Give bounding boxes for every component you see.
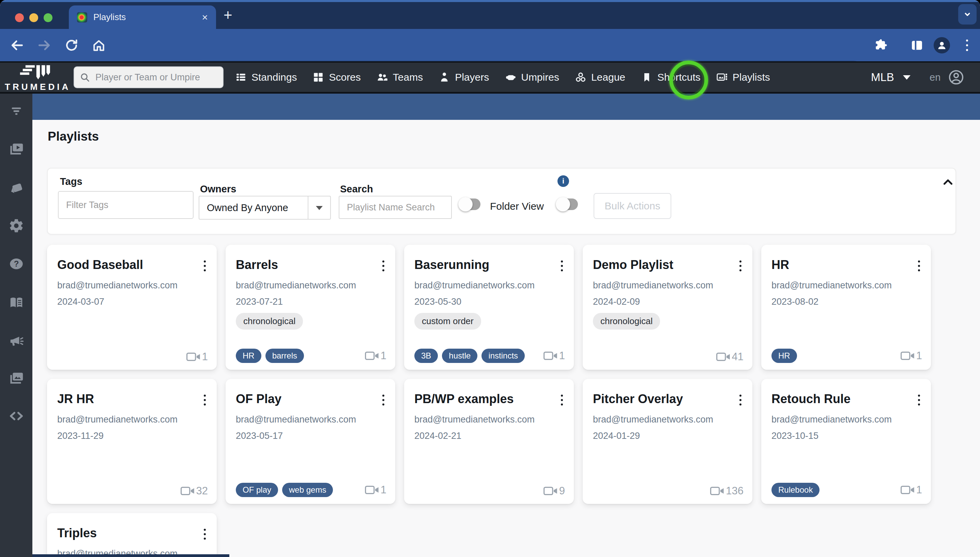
info-icon[interactable]: i bbox=[557, 175, 569, 187]
forward-button[interactable] bbox=[37, 38, 52, 53]
playlist-tag-pill[interactable]: Rulebook bbox=[771, 483, 820, 497]
browser-toolbar: mlbdemo.trumedianetworks.com/baseball/pl… bbox=[0, 29, 980, 61]
side-panel-icon[interactable] bbox=[910, 38, 924, 52]
home-button[interactable] bbox=[91, 38, 106, 53]
playlist-tag-pill[interactable]: HR bbox=[771, 349, 797, 363]
nav-item-umpires[interactable]: Umpires bbox=[505, 72, 559, 83]
back-button[interactable] bbox=[10, 38, 24, 53]
playlist-tag-pill[interactable]: hustle bbox=[442, 349, 477, 363]
close-window-button[interactable] bbox=[15, 13, 24, 22]
umpire-fist-icon bbox=[505, 72, 516, 83]
card-bottom-row: 1 bbox=[57, 351, 208, 363]
clip-count-value: 1 bbox=[381, 350, 386, 362]
nav-item-league[interactable]: League bbox=[575, 72, 625, 83]
league-selector[interactable]: MLB bbox=[871, 63, 910, 92]
card-menu-icon[interactable] bbox=[203, 393, 207, 407]
card-menu-icon[interactable] bbox=[738, 393, 743, 407]
zoom-window-button[interactable] bbox=[44, 13, 52, 22]
extensions-icon[interactable] bbox=[874, 38, 888, 52]
browser-menu-icon[interactable] bbox=[960, 38, 974, 52]
video-camera-icon bbox=[181, 486, 195, 496]
folder-view-toggle[interactable] bbox=[459, 199, 480, 210]
playlist-card[interactable]: Retouch Rule brad@trumedianetworks.com 2… bbox=[761, 379, 931, 504]
card-bottom-row: 41 bbox=[593, 351, 743, 363]
playlist-card[interactable]: Triples brad@trumedianetworks.com bbox=[47, 513, 217, 557]
playlist-card[interactable]: JR HR brad@trumedianetworks.com 2023-11-… bbox=[47, 379, 217, 504]
playlist-title: Retouch Rule bbox=[771, 392, 851, 406]
gear-icon[interactable] bbox=[8, 218, 24, 234]
nav-item-teams[interactable]: Teams bbox=[377, 72, 423, 83]
new-tab-button[interactable]: + bbox=[224, 8, 232, 23]
language-switcher[interactable]: en bbox=[929, 63, 941, 92]
video-playlist-icon[interactable] bbox=[8, 141, 24, 157]
playlist-date: 2023-05-30 bbox=[414, 296, 461, 307]
bulk-actions-button[interactable]: Bulk Actions bbox=[594, 193, 671, 219]
card-menu-icon[interactable] bbox=[381, 393, 386, 407]
search-input[interactable] bbox=[95, 72, 217, 83]
playlist-card[interactable]: Barrels brad@trumedianetworks.com 2023-0… bbox=[225, 245, 395, 370]
nav-item-shortcuts[interactable]: Shortcuts bbox=[641, 72, 701, 83]
card-menu-icon[interactable] bbox=[738, 259, 743, 273]
card-menu-icon[interactable] bbox=[381, 259, 386, 273]
nav-item-playlists[interactable]: Playlists bbox=[716, 72, 770, 83]
bulk-actions-toggle[interactable] bbox=[557, 199, 578, 210]
brand-text: TRUMEDIA bbox=[5, 82, 70, 92]
account-icon[interactable] bbox=[948, 69, 964, 85]
main-content: Playlists Tags Owners Owned By Anyone Se… bbox=[33, 120, 980, 557]
playlist-card[interactable]: Demo Playlist brad@trumedianetworks.com … bbox=[583, 245, 752, 370]
clip-count: 1 bbox=[544, 350, 565, 362]
playlist-tag-pill[interactable]: 3B bbox=[414, 349, 438, 363]
card-menu-icon[interactable] bbox=[916, 393, 921, 407]
card-bottom-row: 3Bhustleinstincts 1 bbox=[414, 349, 565, 363]
playlist-card[interactable]: OF Play brad@trumedianetworks.com 2023-0… bbox=[225, 379, 395, 504]
nav-item-players[interactable]: Players bbox=[439, 72, 489, 83]
browser-window: Playlists × + mlbdemo.trumedianetworks.c… bbox=[0, 0, 980, 557]
minimize-window-button[interactable] bbox=[29, 13, 38, 22]
book-icon[interactable] bbox=[8, 295, 24, 311]
playlist-card[interactable]: Good Baseball brad@trumedianetworks.com … bbox=[47, 245, 217, 370]
global-search[interactable] bbox=[74, 67, 224, 88]
page-title: Playlists bbox=[48, 129, 99, 144]
collapse-panel-chevron-icon[interactable] bbox=[942, 177, 954, 187]
tab-close-icon[interactable]: × bbox=[202, 12, 208, 23]
playlist-tag-pill[interactable]: OF play bbox=[236, 483, 278, 497]
nav-label: Players bbox=[455, 72, 489, 83]
reload-button[interactable] bbox=[64, 38, 79, 53]
nav-item-scores[interactable]: Scores bbox=[312, 72, 361, 83]
trumedia-logo[interactable]: TRUMEDIA bbox=[5, 64, 70, 92]
clipped-bottom-element bbox=[33, 554, 229, 557]
images-icon[interactable] bbox=[8, 370, 24, 386]
tags-filter-input[interactable] bbox=[58, 191, 194, 219]
playlist-tag-pill[interactable]: web gems bbox=[282, 483, 333, 497]
playlist-card[interactable]: HR brad@trumedianetworks.com 2023-08-02 … bbox=[761, 245, 931, 370]
playlist-name-search-input[interactable] bbox=[339, 196, 452, 219]
owners-select[interactable]: Owned By Anyone bbox=[199, 196, 331, 220]
tag-icon[interactable] bbox=[8, 180, 24, 195]
browser-tab[interactable]: Playlists × bbox=[69, 5, 216, 29]
filter-icon[interactable] bbox=[8, 103, 24, 119]
owners-select-value: Owned By Anyone bbox=[207, 202, 288, 213]
playlist-card[interactable]: Pitcher Overlay brad@trumedianetworks.co… bbox=[583, 379, 752, 504]
playlist-tag-pill[interactable]: barrels bbox=[265, 349, 304, 363]
tab-search-button[interactable] bbox=[958, 4, 977, 24]
nav-label: Teams bbox=[393, 72, 423, 83]
card-menu-icon[interactable] bbox=[203, 528, 207, 541]
nav-item-standings[interactable]: Standings bbox=[235, 72, 297, 83]
playlist-tag-pill[interactable]: HR bbox=[236, 349, 261, 363]
help-icon[interactable]: ? bbox=[8, 256, 24, 272]
clip-count-value: 9 bbox=[559, 485, 565, 497]
card-menu-icon[interactable] bbox=[916, 259, 921, 273]
playlist-title: HR bbox=[771, 258, 789, 272]
browser-profile-avatar[interactable] bbox=[934, 37, 950, 54]
caret-down-icon bbox=[903, 75, 910, 80]
tab-strip: Playlists × + bbox=[0, 2, 980, 29]
card-bottom-row: HRbarrels 1 bbox=[236, 349, 386, 363]
card-menu-icon[interactable] bbox=[560, 393, 564, 407]
code-icon[interactable] bbox=[8, 408, 24, 424]
card-menu-icon[interactable] bbox=[203, 259, 207, 273]
playlist-card[interactable]: PB/WP examples brad@trumedianetworks.com… bbox=[404, 379, 574, 504]
playlist-tag-pill[interactable]: instincts bbox=[482, 349, 525, 363]
playlist-card[interactable]: Baserunning brad@trumedianetworks.com 20… bbox=[404, 245, 574, 370]
card-menu-icon[interactable] bbox=[560, 259, 564, 273]
megaphone-icon[interactable] bbox=[8, 333, 24, 349]
